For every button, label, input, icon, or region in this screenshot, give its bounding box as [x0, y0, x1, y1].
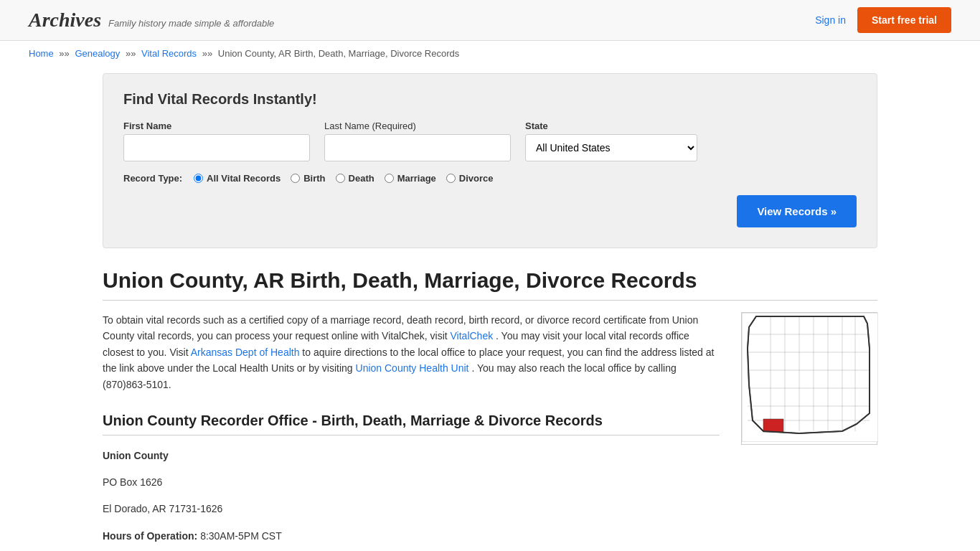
breadcrumb-current: Union County, AR Birth, Death, Marriage,… — [218, 48, 459, 59]
breadcrumb-vital-records[interactable]: Vital Records — [141, 48, 197, 59]
first-name-group: First Name — [123, 121, 310, 161]
content-text: To obtain vital records such as a certif… — [103, 312, 720, 551]
ar-map-svg — [742, 313, 878, 442]
search-box: Find Vital Records Instantly! First Name… — [103, 73, 877, 248]
site-header: Archives Family history made simple & af… — [0, 0, 980, 41]
radio-death[interactable]: Death — [336, 173, 374, 184]
radio-marriage[interactable]: Marriage — [385, 173, 436, 184]
state-select[interactable]: All United States Arkansas Alabama Alask… — [525, 134, 697, 161]
map-container — [741, 312, 877, 445]
radio-divorce[interactable]: Divorce — [446, 173, 494, 184]
first-name-input[interactable] — [123, 134, 310, 161]
record-type-row: Record Type: All Vital Records Birth Dea… — [123, 173, 857, 184]
sign-in-link[interactable]: Sign in — [815, 14, 846, 26]
search-title: Find Vital Records Instantly! — [123, 91, 857, 108]
view-records-button[interactable]: View Records » — [737, 195, 857, 227]
vitalchek-link[interactable]: VitalChek — [451, 330, 494, 342]
record-type-label: Record Type: — [123, 173, 182, 184]
main-content: Find Vital Records Instantly! First Name… — [74, 66, 906, 551]
breadcrumb: Home »» Genealogy »» Vital Records »» Un… — [0, 41, 980, 66]
last-name-input[interactable] — [324, 134, 511, 161]
last-name-label: Last Name (Required) — [324, 121, 511, 131]
state-group: State All United States Arkansas Alabama… — [525, 121, 697, 161]
address-line1: PO Box 1626 — [103, 474, 720, 491]
search-actions: View Records » — [123, 195, 857, 227]
arkansas-health-link[interactable]: Arkansas Dept of Health — [191, 347, 300, 358]
last-name-group: Last Name (Required) — [324, 121, 511, 161]
header-right: Sign in Start free trial — [815, 7, 951, 33]
site-logo: Archives — [29, 9, 101, 32]
search-fields: First Name Last Name (Required) State Al… — [123, 121, 857, 161]
svg-rect-14 — [763, 419, 783, 432]
hours-line: Hours of Operation: 8:30AM-5PM CST — [103, 527, 720, 545]
radio-group: All Vital Records Birth Death Marriage D… — [194, 173, 493, 184]
header-tagline: Family history made simple & affordable — [108, 18, 274, 29]
office-name: Union County — [103, 450, 169, 461]
health-unit-link[interactable]: Union County Health Unit — [356, 362, 469, 374]
state-label: State — [525, 121, 697, 131]
recorder-section-title: Union County Recorder Office - Birth, De… — [103, 413, 720, 435]
office-info: Union County PO Box 1626 El Dorado, AR 7… — [103, 447, 720, 551]
radio-all-vital[interactable]: All Vital Records — [194, 173, 281, 184]
breadcrumb-home[interactable]: Home — [29, 48, 54, 59]
content-body: To obtain vital records such as a certif… — [103, 312, 877, 551]
first-name-label: First Name — [123, 121, 310, 131]
start-trial-button[interactable]: Start free trial — [857, 7, 951, 33]
description-para: To obtain vital records such as a certif… — [103, 312, 720, 392]
address-line2: El Dorado, AR 71731-1626 — [103, 500, 720, 518]
arkansas-map — [741, 312, 877, 551]
page-title: Union County, AR Birth, Death, Marriage,… — [103, 268, 877, 301]
radio-birth[interactable]: Birth — [291, 173, 325, 184]
breadcrumb-genealogy[interactable]: Genealogy — [75, 48, 120, 59]
header-left: Archives Family history made simple & af… — [29, 9, 274, 32]
